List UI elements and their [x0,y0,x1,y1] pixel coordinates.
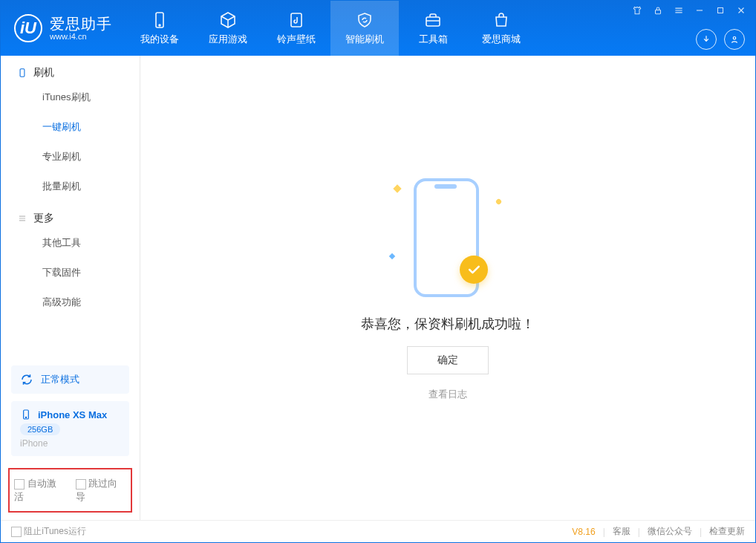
device-type: iPhone [20,438,120,449]
title-bar: iU 爱思助手 www.i4.cn 我的设备 应用游戏 铃声壁纸 智能刷机 [1,1,755,56]
refresh-icon [20,373,33,386]
main-content: 恭喜您，保资料刷机成功啦！ 确定 查看日志 [140,56,755,520]
device-storage-badge: 256GB [20,423,60,435]
header-round-icons [696,29,745,50]
nav-tab-flash[interactable]: 智能刷机 [330,1,399,56]
mode-label: 正常模式 [41,373,79,386]
app-subtitle: www.i4.cn [50,32,112,41]
success-message: 恭喜您，保资料刷机成功啦！ [361,315,535,333]
mode-card[interactable]: 正常模式 [11,365,129,394]
nav-label: 应用游戏 [209,33,247,46]
svg-point-9 [25,417,26,417]
svg-rect-5 [718,8,723,13]
sidebar-item-other-tools[interactable]: 其他工具 [1,228,140,258]
nav-label: 工具箱 [419,33,448,46]
footer-link-update[interactable]: 检查更新 [709,525,745,538]
group-title: 刷机 [33,66,54,79]
version-label: V8.16 [572,527,595,537]
body: 刷机 iTunes刷机 一键刷机 专业刷机 批量刷机 更多 其他工具 下载固件 … [1,56,755,520]
group-title: 更多 [33,212,54,225]
nav-tab-store[interactable]: 爱思商城 [467,1,535,56]
sparkle-icon [495,198,503,205]
view-log-link[interactable]: 查看日志 [428,388,467,401]
bag-icon [492,11,510,29]
shirt-icon[interactable] [630,4,644,17]
list-icon [17,213,27,224]
nav-tabs: 我的设备 应用游戏 铃声壁纸 智能刷机 工具箱 爱思商城 [126,1,535,56]
music-file-icon [287,11,305,29]
device-card[interactable]: iPhone XS Max 256GB iPhone [11,401,129,456]
shield-refresh-icon [356,11,374,29]
ok-button[interactable]: 确定 [407,346,489,374]
window-controls [630,4,748,17]
svg-rect-7 [20,69,25,77]
sidebar-item-download-firmware[interactable]: 下载固件 [1,258,140,287]
logo-block: iU 爱思助手 www.i4.cn [1,14,126,42]
svg-rect-4 [656,10,661,13]
sidebar-item-pro-flash[interactable]: 专业刷机 [1,142,140,172]
sparkle-icon [389,253,395,259]
sidebar-group-more: 更多 [1,201,140,228]
close-button[interactable] [734,4,748,17]
highlight-options: 自动激活 跳过向导 [8,468,132,513]
nav-tab-toolbox[interactable]: 工具箱 [399,1,467,56]
nav-label: 铃声壁纸 [277,33,316,46]
svg-rect-2 [291,13,302,27]
skip-guide-option[interactable]: 跳过向导 [76,477,127,504]
sidebar-item-batch-flash[interactable]: 批量刷机 [1,172,140,201]
nav-label: 智能刷机 [345,33,384,46]
nav-label: 我的设备 [140,33,179,46]
svg-rect-3 [426,17,440,26]
phone-icon [20,409,32,420]
sidebar-item-advanced[interactable]: 高级功能 [1,287,140,317]
download-icon[interactable] [696,29,717,50]
check-badge-icon [460,256,488,284]
svg-point-6 [733,37,736,40]
lock-icon[interactable] [651,4,665,17]
nav-tab-ringtones[interactable]: 铃声壁纸 [262,1,330,56]
sidebar: 刷机 iTunes刷机 一键刷机 专业刷机 批量刷机 更多 其他工具 下载固件 … [1,56,140,520]
sparkle-icon [393,184,401,192]
minimize-button[interactable] [693,4,706,17]
sidebar-item-oneclick-flash[interactable]: 一键刷机 [1,112,140,142]
app-title: 爱思助手 [50,16,112,32]
device-icon [151,11,169,29]
nav-tab-device[interactable]: 我的设备 [126,1,194,56]
auto-activate-option[interactable]: 自动激活 [14,477,65,504]
toolbox-icon [424,11,442,29]
nav-tab-apps[interactable]: 应用游戏 [194,1,262,56]
svg-point-1 [159,25,160,26]
checkbox-icon [76,479,86,490]
phone-icon [17,68,27,78]
menu-icon[interactable] [672,4,685,17]
success-illustration [396,175,500,302]
cube-icon [219,11,237,29]
device-name: iPhone XS Max [38,409,107,420]
footer-link-wechat[interactable]: 微信公众号 [648,525,692,538]
status-bar: 阻止iTunes运行 V8.16 | 客服 | 微信公众号 | 检查更新 [1,520,755,542]
sidebar-group-flash: 刷机 [1,56,140,82]
footer-link-support[interactable]: 客服 [613,525,630,538]
sidebar-item-itunes-flash[interactable]: iTunes刷机 [1,82,140,112]
checkbox-icon [14,479,25,490]
maximize-button[interactable] [714,4,727,17]
block-itunes-option[interactable]: 阻止iTunes运行 [11,525,86,538]
checkbox-icon [11,527,22,537]
logo-icon: iU [14,14,42,42]
nav-label: 爱思商城 [482,33,521,46]
app-window: iU 爱思助手 www.i4.cn 我的设备 应用游戏 铃声壁纸 智能刷机 [0,0,756,543]
user-icon[interactable] [724,29,745,50]
